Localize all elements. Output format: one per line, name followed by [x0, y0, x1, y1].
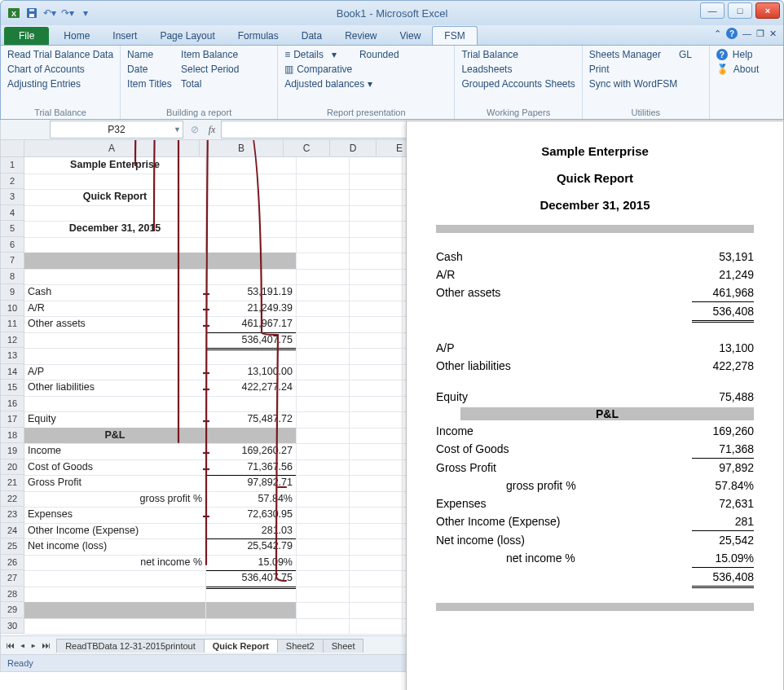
excel-icon[interactable]: X: [6, 5, 22, 21]
sheet-tab[interactable]: Sheet2: [277, 639, 324, 653]
cell-a17[interactable]: Equity: [24, 411, 206, 429]
about-button[interactable]: About: [733, 64, 759, 75]
row-header[interactable]: 1: [1, 157, 24, 174]
row-header[interactable]: 6: [1, 237, 24, 253]
row-header[interactable]: 9: [1, 284, 24, 301]
leadsheets-button[interactable]: Leadsheets: [461, 64, 575, 75]
row-header[interactable]: 4: [1, 205, 24, 222]
row-header[interactable]: 29: [1, 602, 24, 618]
row-header[interactable]: 21: [1, 475, 24, 491]
cell-b24[interactable]: 281.03: [206, 523, 297, 540]
chart-of-accounts-button[interactable]: Chart of Accounts: [7, 64, 113, 75]
col-header-a[interactable]: A: [24, 140, 200, 156]
item-titles-button[interactable]: Item Titles: [127, 78, 178, 90]
grouped-accounts-button[interactable]: Grouped Accounts Sheets: [461, 78, 575, 90]
cell-a1[interactable]: Sample Enterprise: [24, 157, 206, 174]
cell-b10[interactable]: 21,249.39: [206, 301, 297, 318]
row-header[interactable]: 30: [1, 618, 24, 635]
tab-view[interactable]: View: [389, 27, 433, 45]
cell-a3[interactable]: Quick Report: [24, 189, 206, 206]
total-button[interactable]: Total: [181, 78, 201, 90]
sheet-tab[interactable]: Sheet: [323, 639, 364, 653]
cell-a26[interactable]: net income %: [24, 555, 206, 572]
row-header[interactable]: 13: [1, 348, 24, 364]
details-button[interactable]: Details: [293, 49, 324, 60]
comparative-button[interactable]: Comparative: [297, 64, 352, 75]
sync-wordfsm-button[interactable]: Sync with WordFSM: [589, 78, 703, 90]
row-header[interactable]: 19: [1, 443, 24, 459]
row-header[interactable]: 15: [1, 380, 24, 396]
window-restore-icon[interactable]: ❐: [756, 29, 764, 39]
cell-b25[interactable]: 25,542.79: [206, 538, 297, 556]
row-header[interactable]: 2: [1, 174, 24, 190]
cell-b19[interactable]: 169,260.27: [206, 443, 297, 460]
row-header[interactable]: 10: [1, 301, 24, 317]
row-header[interactable]: 25: [1, 538, 24, 555]
cell-b17[interactable]: 75,487.72: [206, 411, 297, 429]
cell-a9[interactable]: Cash: [24, 284, 206, 301]
row-header[interactable]: 5: [1, 221, 24, 237]
row-header[interactable]: 12: [1, 332, 24, 349]
chevron-down-icon[interactable]: ▼: [174, 125, 181, 134]
tab-formulas[interactable]: Formulas: [227, 27, 290, 45]
date-button[interactable]: Date: [127, 64, 178, 75]
cell-a5[interactable]: December 31, 2015: [24, 221, 206, 238]
tab-data[interactable]: Data: [290, 27, 333, 45]
cell-a23[interactable]: Expenses: [24, 507, 206, 524]
read-trial-balance-button[interactable]: Read Trial Balance Data: [7, 49, 113, 60]
sheets-manager-button[interactable]: Sheets Manager: [589, 49, 661, 60]
sheet-tab-active[interactable]: Quick Report: [204, 639, 278, 653]
adjusted-balances-button[interactable]: Adjusted balances: [284, 78, 364, 90]
row-header[interactable]: 14: [1, 364, 24, 380]
row-header[interactable]: 16: [1, 396, 24, 412]
fx-icon[interactable]: fx: [203, 124, 221, 136]
cell-a14[interactable]: A/P: [24, 364, 206, 381]
row-header[interactable]: 26: [1, 555, 24, 571]
rounded-button[interactable]: Rounded: [359, 49, 399, 60]
chevron-down-icon[interactable]: ▾: [368, 78, 372, 90]
help-icon[interactable]: ?: [726, 28, 738, 39]
trial-balance-button[interactable]: Trial Balance: [461, 49, 575, 60]
qat-customize-icon[interactable]: ▾: [77, 5, 94, 21]
row-header[interactable]: 24: [1, 523, 24, 539]
tab-insert[interactable]: Insert: [101, 27, 148, 45]
col-header-b[interactable]: B: [200, 140, 284, 156]
sheet-nav-buttons[interactable]: ⏮ ◀ ▶ ⏭: [1, 640, 57, 650]
adjusting-entries-button[interactable]: Adjusting Entries: [7, 78, 113, 90]
ribbon-minimize-icon[interactable]: ⌃: [714, 29, 721, 39]
cell-b11[interactable]: 461,967.17: [206, 316, 297, 333]
row-header[interactable]: 23: [1, 507, 24, 523]
cell-b22[interactable]: 57.84%: [206, 491, 297, 508]
tab-fsm[interactable]: FSM: [432, 26, 477, 45]
cell-a24[interactable]: Other Income (Expense): [24, 523, 206, 540]
close-button[interactable]: ×: [755, 2, 780, 19]
tab-page-layout[interactable]: Page Layout: [148, 27, 226, 45]
select-all-corner[interactable]: [1, 140, 24, 157]
save-icon[interactable]: [24, 5, 40, 21]
tab-file[interactable]: File: [4, 27, 49, 45]
cell-a11[interactable]: Other assets: [24, 316, 206, 333]
col-header-d[interactable]: D: [330, 140, 377, 156]
row-header[interactable]: 11: [1, 316, 24, 332]
sheet-tab[interactable]: ReadTBData 12-31-2015printout: [56, 639, 205, 653]
item-balance-button[interactable]: Item Balance: [181, 49, 238, 60]
row-header[interactable]: 27: [1, 570, 24, 587]
row-header[interactable]: 17: [1, 411, 24, 428]
cell-a25[interactable]: Net income (loss): [24, 538, 206, 556]
cell-b20[interactable]: 71,367.56: [206, 459, 297, 477]
row-header[interactable]: 22: [1, 491, 24, 508]
cell-a21[interactable]: Gross Profit: [24, 475, 206, 492]
window-min-icon[interactable]: —: [742, 29, 751, 38]
row-header[interactable]: 3: [1, 189, 24, 205]
undo-icon[interactable]: ↶▾: [42, 5, 58, 21]
tab-home[interactable]: Home: [52, 27, 101, 45]
row-header[interactable]: 8: [1, 269, 24, 285]
cell-b26[interactable]: 15.09%: [206, 555, 297, 572]
maximize-button[interactable]: □: [728, 2, 752, 19]
cell-b14[interactable]: 13,100.00: [206, 364, 297, 381]
row-header[interactable]: 18: [1, 428, 24, 444]
cell-a19[interactable]: Income: [24, 443, 206, 460]
help-button[interactable]: Help: [733, 49, 753, 60]
gl-button[interactable]: GL: [679, 49, 692, 60]
name-button[interactable]: Name: [127, 49, 178, 60]
